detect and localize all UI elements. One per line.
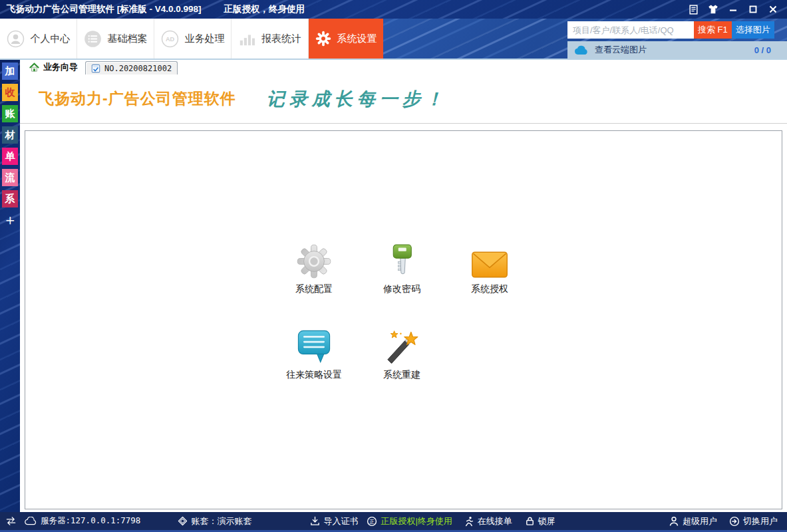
download-icon	[310, 516, 320, 526]
import-certificate[interactable]: 导入证书	[310, 515, 358, 527]
search-input[interactable]	[567, 21, 694, 39]
svg-text:正: 正	[370, 519, 375, 525]
sidebar-item-account[interactable]: 账	[2, 105, 18, 122]
switch-arrow-icon	[729, 516, 740, 527]
cloud-image-count: 0 / 0	[754, 45, 780, 55]
form-icon	[91, 64, 100, 73]
license-badge-icon: 正	[367, 516, 377, 527]
search-button[interactable]: 搜索 F1	[694, 21, 732, 39]
server-status: 服务器:127.0.0.1:7798	[25, 515, 140, 527]
lock-icon	[525, 516, 535, 526]
nav-label: 个人中心	[31, 33, 71, 45]
switch-user[interactable]: 切换用户	[729, 515, 778, 527]
release-notes-icon[interactable]	[683, 1, 703, 17]
nav-item-system-settings[interactable]: 系统设置	[309, 19, 383, 59]
tab-label: NO.20200821002	[104, 64, 172, 73]
license-label: 正版授权|终身使用	[381, 515, 452, 527]
nav-label: 业务处理	[185, 33, 225, 45]
wizard-item-contact-policy[interactable]: 往来策略设置	[270, 329, 358, 381]
wizard-item-system-config[interactable]: 系统配置	[270, 243, 358, 295]
envelope-icon	[471, 243, 508, 279]
close-button[interactable]	[763, 1, 783, 17]
online-orders-label: 在线接单	[478, 515, 512, 527]
search-area: 搜索 F1 选择图片	[567, 21, 774, 39]
window-controls	[683, 1, 783, 17]
tab-business-wizard[interactable]: 业务向导	[23, 60, 84, 74]
bar-chart-icon	[238, 30, 255, 47]
cloud-outline-icon	[25, 517, 37, 525]
speech-bubble-icon	[297, 329, 331, 364]
window-title: 飞扬动力广告公司管理软件 [标准版 - V4.0.0.998]	[7, 3, 202, 15]
nav-item-report-statistics[interactable]: 报表统计	[232, 19, 309, 59]
tab-order-20200821002[interactable]: NO.20200821002	[85, 61, 178, 74]
title-bar: 飞扬动力广告公司管理软件 [标准版 - V4.0.0.998] 正版授权，终身使…	[0, 0, 787, 19]
server-address: 服务器:127.0.0.1:7798	[41, 515, 140, 527]
nav-label: 报表统计	[261, 33, 301, 45]
tab-bar: 业务向导 NO.20200821002	[20, 60, 787, 74]
sidebar-item-receive[interactable]: 收	[2, 84, 18, 101]
gear-gray-icon	[297, 243, 331, 279]
lock-screen-label: 锁屏	[538, 515, 555, 527]
list-circle-icon	[84, 30, 102, 48]
sidebar-item-order[interactable]: 单	[2, 148, 18, 165]
wizard-item-label: 往来策略设置	[286, 369, 342, 381]
minimize-button[interactable]	[723, 1, 743, 17]
cloud-icon	[574, 45, 589, 55]
wizard-item-label: 系统配置	[295, 283, 333, 295]
title-license-note: 正版授权，终身使用	[224, 3, 305, 15]
svg-text:AD: AD	[165, 35, 174, 42]
current-user-label: 超级用户	[683, 515, 717, 527]
wizard-item-label: 修改密码	[383, 283, 420, 295]
wizard-item-change-password[interactable]: 修改密码	[358, 243, 446, 295]
user-icon	[669, 516, 679, 527]
tag-icon	[178, 516, 188, 526]
brand-banner: 飞扬动力-广告公司管理软件 记录成长每一步！	[20, 74, 787, 124]
gear-icon	[315, 31, 331, 47]
quick-sidebar: 加 收 账 材 单 流 系 ＋	[0, 60, 20, 512]
current-user[interactable]: 超级用户	[669, 515, 717, 527]
wizard-grid: 系统配置 修改密码	[270, 243, 534, 381]
nav-item-business-processing[interactable]: AD 业务处理	[154, 19, 232, 59]
switch-user-label: 切换用户	[743, 515, 778, 527]
select-image-button[interactable]: 选择图片	[732, 21, 774, 39]
account-name: 账套：演示账套	[191, 515, 251, 527]
running-person-icon	[464, 516, 474, 527]
user-circle-icon	[7, 30, 25, 48]
tab-label: 业务向导	[43, 61, 78, 73]
magic-wand-icon	[385, 329, 419, 364]
skin-theme-icon[interactable]	[703, 1, 723, 17]
wizard-item-label: 系统授权	[471, 283, 508, 295]
maximize-button[interactable]	[743, 1, 763, 17]
ad-circle-icon: AD	[161, 30, 179, 48]
brand-logo-text: 飞扬动力-广告公司管理软件	[39, 88, 236, 109]
main-nav: 个人中心 基础档案 AD 业务处理 报表统计	[0, 19, 787, 59]
online-orders[interactable]: 在线接单	[464, 515, 512, 527]
sync-icon[interactable]	[5, 516, 17, 526]
sidebar-item-add[interactable]: 加	[2, 63, 18, 80]
sidebar-item-flow[interactable]: 流	[2, 169, 18, 186]
account-set: 账套：演示账套	[178, 515, 251, 527]
import-cert-label: 导入证书	[323, 515, 358, 527]
sidebar-item-material[interactable]: 材	[2, 126, 18, 144]
nav-item-personal-center[interactable]: 个人中心	[0, 19, 77, 59]
sidebar-item-system[interactable]: 系	[2, 190, 18, 207]
key-icon	[386, 243, 418, 279]
wizard-item-label: 系统重建	[383, 369, 420, 381]
sidebar-add-button[interactable]: ＋	[2, 211, 18, 229]
home-icon	[29, 63, 39, 72]
status-bar: 服务器:127.0.0.1:7798 账套：演示账套 导入证书 正 正版授权|终…	[0, 512, 787, 532]
brand-slogan: 记录成长每一步！	[267, 87, 448, 111]
view-cloud-images-bar[interactable]: 查看云端图片 0 / 0	[567, 41, 787, 59]
cloud-bar-label: 查看云端图片	[595, 44, 647, 56]
wizard-item-system-license[interactable]: 系统授权	[446, 243, 534, 295]
lock-screen[interactable]: 锁屏	[525, 515, 555, 527]
wizard-item-system-rebuild[interactable]: 系统重建	[358, 329, 446, 381]
main-content: 业务向导 NO.20200821002 飞扬动力-广告公司管理软件 记录成长每一…	[20, 60, 787, 512]
nav-label: 基础档案	[108, 33, 148, 45]
app-window: 飞扬动力广告公司管理软件 [标准版 - V4.0.0.998] 正版授权，终身使…	[0, 0, 787, 532]
nav-label: 系统设置	[337, 33, 377, 45]
wizard-panel: 系统配置 修改密码	[25, 130, 782, 509]
nav-item-basic-archives[interactable]: 基础档案	[77, 19, 154, 59]
license-status: 正 正版授权|终身使用	[367, 515, 452, 527]
